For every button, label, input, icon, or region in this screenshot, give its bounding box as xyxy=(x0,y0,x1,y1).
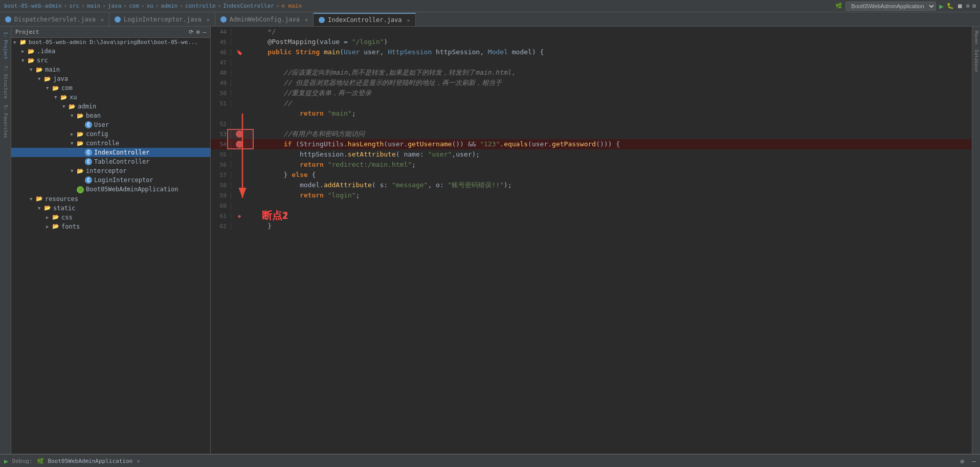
breakpoint-dot[interactable] xyxy=(236,130,243,138)
tab-close[interactable]: ✕ xyxy=(101,17,104,23)
tree-item-fonts[interactable]: ▶ 📂 fonts xyxy=(11,222,210,231)
tree-label: IndexController xyxy=(94,149,149,156)
tree-item-java[interactable]: ▼ 📂 java xyxy=(11,74,210,83)
tree-item-src[interactable]: ▼ 📂 src xyxy=(11,56,210,65)
code-line-61: 61 ◆ } 断点2 xyxy=(211,211,972,221)
debug-button[interactable]: 🐛 xyxy=(947,3,954,9)
tree-item-user[interactable]: C User xyxy=(11,120,210,129)
tree-item-tablecontroller[interactable]: C TableController xyxy=(11,157,210,166)
debug-minimize-icon[interactable]: — xyxy=(972,458,976,465)
minimize-icon[interactable]: — xyxy=(203,29,206,35)
tree-item-boot05[interactable]: ▼ 📁 boot-05-web-admin D:\Java\springBoot… xyxy=(11,38,210,47)
run-controls: 🌿 Boot05WebAdminApplication ▶ 🐛 ⏹ ⚙ ⊞ xyxy=(835,2,976,11)
tree-label: LoginInterceptor xyxy=(94,176,153,184)
sidebar-actions: ⟳ ⚙ — xyxy=(189,29,206,35)
tree-label: config xyxy=(86,130,108,138)
breadcrumb-part: controlle xyxy=(185,3,216,9)
tab-label: DispatcherServlet.java xyxy=(14,16,96,23)
tab-dispatcherservlet[interactable]: DispatcherServlet.java ✕ xyxy=(0,13,109,26)
code-line-54: 54 if (StringUtils.hasLength(user.getUse… xyxy=(211,139,972,149)
tree-label: java xyxy=(53,75,68,82)
vtab-structure[interactable]: 7: Structure xyxy=(2,62,9,102)
debug-status-icon: ▶ xyxy=(4,457,8,465)
code-line-51b: return "main"; xyxy=(211,108,972,119)
tree-label: static xyxy=(53,205,75,212)
right-sidebar: Maven Database xyxy=(972,27,980,454)
code-line-53: 53 //有用户名和密码方能访问 xyxy=(211,129,972,139)
arrow-region: 55 httpSession.setAttribute( name: "user… xyxy=(211,149,972,231)
tree-item-css[interactable]: ▶ 📂 css xyxy=(11,213,210,222)
tree-item-xu[interactable]: ▼ 📂 xu xyxy=(11,93,210,102)
run-button[interactable]: ▶ xyxy=(939,2,943,10)
expand-button[interactable]: ⊞ xyxy=(972,3,976,9)
breadcrumb-part: src xyxy=(69,3,79,9)
tab-close[interactable]: ✕ xyxy=(407,17,410,23)
code-line-45: 45 @PostMapping(value = "/login") xyxy=(211,37,972,47)
small-breakpoint: ◆ xyxy=(238,213,241,219)
app-selector[interactable]: Boot05WebAdminApplication xyxy=(845,2,936,11)
code-line-49: 49 // 但是器浏览器地址栏还是显示的时登陆时的地址，再一次刷新，相当于 xyxy=(211,78,972,88)
tab-label: LoginInterceptor.java xyxy=(124,16,202,23)
tree-item-admin[interactable]: ▼ 📂 admin xyxy=(11,102,210,111)
tree-label: controlle xyxy=(86,140,119,147)
vtab-project[interactable]: 1: Project xyxy=(2,29,9,62)
sidebar-title: Project xyxy=(15,29,39,35)
tree-label: interceptor xyxy=(86,167,126,174)
tree-item-com[interactable]: ▼ 📂 com xyxy=(11,83,210,93)
tree-label: admin xyxy=(78,103,96,110)
code-line-47: 47 xyxy=(211,57,972,68)
debug-app-name: Boot05WebAdminApplication xyxy=(48,458,133,464)
tree-item-idea[interactable]: ▶ 📂 .idea xyxy=(11,47,210,56)
tree-label: .idea xyxy=(37,48,55,55)
breadcrumb-part: xu xyxy=(146,3,153,9)
tab-indexcontroller[interactable]: IndexController.java ✕ xyxy=(314,13,416,26)
tab-label: AdminWebConfig.java xyxy=(230,16,300,23)
right-tab-maven[interactable]: Maven xyxy=(973,29,980,47)
tree-item-main[interactable]: ▼ 📂 main xyxy=(11,65,210,74)
tree-item-indexcontroller[interactable]: C IndexController xyxy=(11,148,210,157)
tree-label: User xyxy=(94,121,109,128)
tab-adminwebconfig[interactable]: AdminWebConfig.java ✕ xyxy=(215,13,314,26)
debug-panel: ▶ Debug: 🌿 Boot05WebAdminApplication ✕ ⚙… xyxy=(0,454,980,467)
debug-app-icon: 🌿 xyxy=(37,458,44,464)
tab-close[interactable]: ✕ xyxy=(207,17,210,23)
breadcrumb-part: main xyxy=(87,3,101,9)
debug-settings-icon[interactable]: ⚙ xyxy=(961,458,964,465)
tree-item-logininterceptor[interactable]: C LoginInterceptor xyxy=(11,175,210,185)
tree-label: com xyxy=(61,84,73,92)
code-editor[interactable]: 44 */ 45 @PostMapping(value = "/login") … xyxy=(211,27,972,454)
tree-item-resources[interactable]: ▼ 📂 resources xyxy=(11,194,210,204)
code-line-60: 60 xyxy=(211,201,972,211)
tree-item-config[interactable]: ▶ 📂 config xyxy=(11,129,210,139)
tab-icon xyxy=(115,16,121,23)
right-tab-database[interactable]: Database xyxy=(973,48,980,74)
code-line-55: 55 httpSession.setAttribute( name: "user… xyxy=(211,149,972,160)
annotation-label: 断点2 xyxy=(262,209,288,223)
code-line-50: 50 //重复提交表单，再一次登录 xyxy=(211,88,972,98)
vtab-favorites[interactable]: 5: Favorites xyxy=(2,102,9,141)
settings-button[interactable]: ⚙ xyxy=(966,3,970,9)
tree-label: TableController xyxy=(94,158,149,165)
tree-item-bootapp[interactable]: 🌿 Boot05WebAdminApplication xyxy=(11,185,210,194)
code-line-59: 59 return "login"; xyxy=(211,190,972,201)
breakpoint-dot-2[interactable] xyxy=(236,141,243,148)
tree-item-controlle[interactable]: ▼ 📂 controlle xyxy=(11,139,210,148)
settings-icon[interactable]: ⚙ xyxy=(196,29,200,35)
tree-label: css xyxy=(61,214,73,221)
breadcrumb-part: ⊙ main xyxy=(281,3,302,9)
tab-close[interactable]: ✕ xyxy=(305,17,308,23)
tree-item-interceptor[interactable]: ▼ 📂 interceptor xyxy=(11,166,210,175)
code-line-51a: 51 // xyxy=(211,98,972,108)
app-selector-label: 🌿 xyxy=(835,3,842,9)
code-line-52: 52 xyxy=(211,119,972,129)
stop-button[interactable]: ⏹ xyxy=(957,3,963,10)
tab-logininterceptor[interactable]: LoginInterceptor.java ✕ xyxy=(109,13,215,26)
tree-item-static[interactable]: ▼ 📂 static xyxy=(11,204,210,213)
tree-label: Boot05WebAdminApplication xyxy=(86,186,179,193)
code-line-62: 62 } xyxy=(211,221,972,231)
tree-item-bean[interactable]: ▼ 📂 bean xyxy=(11,111,210,120)
sync-icon[interactable]: ⟳ xyxy=(189,29,193,35)
left-vtabs: 1: Project 7: Structure 5: Favorites xyxy=(0,27,11,454)
code-line-58: 58 model.addAttribute( s: "message", o: … xyxy=(211,180,972,190)
debug-close[interactable]: ✕ xyxy=(137,458,140,464)
